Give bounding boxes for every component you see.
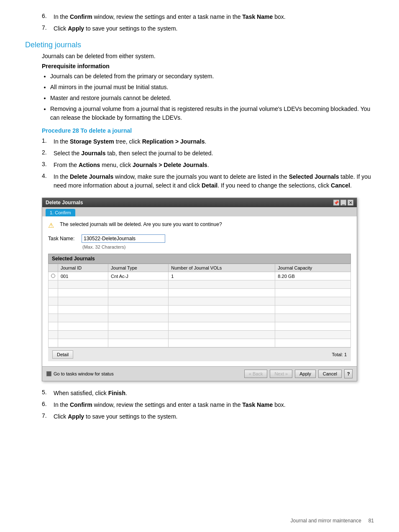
pre-step-7-num: 7.	[42, 24, 54, 33]
dialog-controls[interactable]: 📌 ⎯ ✕	[333, 200, 353, 206]
dialog-inner-footer: Detail Total: 1	[48, 347, 351, 361]
cancel-button[interactable]: Cancel	[318, 370, 342, 378]
step-2-content: Select the Journals tab, then select the…	[54, 149, 213, 158]
goto-tasks-checkbox[interactable]	[46, 371, 51, 376]
goto-tasks-label: Go to tasks window for status	[54, 371, 114, 376]
step-2-num: 2.	[42, 149, 54, 158]
step-3-num: 3.	[42, 161, 54, 170]
pre-step-7-content: Click Apply to save your settings to the…	[54, 24, 177, 33]
row-radio[interactable]	[49, 272, 58, 280]
post-step-6-content: In the Confirm window, review the settin…	[54, 401, 286, 409]
apply-button[interactable]: Apply	[295, 370, 316, 378]
dialog-tabs: 1. Confirm	[42, 207, 357, 216]
warning-icon: ⚠	[48, 221, 56, 229]
delete-journals-dialog: Delete Journals 📌 ⎯ ✕ 1. Confirm ⚠ The s…	[42, 198, 357, 381]
dialog-title: Delete Journals	[46, 200, 83, 206]
step-4-content: In the Delete Journals window, make sure…	[54, 172, 374, 190]
procedure-heading: Procedure 28 To delete a journal	[42, 127, 374, 134]
col-journal-type: Journal Type	[108, 264, 169, 272]
cell-capacity: 8.20 GB	[275, 272, 351, 280]
cell-num-vols: 1	[169, 272, 275, 280]
close-icon[interactable]: ✕	[348, 200, 353, 206]
col-journal-id: Journal ID	[58, 264, 108, 272]
section-heading: Deleting journals	[25, 41, 374, 49]
post-step-7-content: Click Apply to save your settings to the…	[54, 412, 177, 421]
table-row-empty-1	[49, 280, 351, 289]
col-capacity: Journal Capacity	[275, 264, 351, 272]
procedure-steps: 1. In the Storage System tree, click Rep…	[42, 137, 374, 190]
table-row-empty-2	[49, 289, 351, 297]
col-num-vols: Number of Journal VOLs	[169, 264, 275, 272]
step-4-num: 4.	[42, 172, 54, 190]
radio-button[interactable]	[51, 274, 55, 278]
table-row-empty-4	[49, 306, 351, 314]
help-button[interactable]: ?	[344, 369, 353, 378]
post-step-7-num: 7.	[42, 412, 54, 421]
post-step-5-num: 5.	[42, 389, 54, 398]
dialog-titlebar: Delete Journals 📌 ⎯ ✕	[42, 198, 357, 207]
step-3: 3. From the Actions menu, click Journals…	[42, 161, 374, 170]
bullet-4: Removing a journal volume from a journal…	[50, 105, 374, 122]
dialog-wrapper: Delete Journals 📌 ⎯ ✕ 1. Confirm ⚠ The s…	[42, 198, 357, 381]
bullet-1: Journals can be deleted from the primary…	[50, 72, 374, 81]
task-name-row: Task Name:	[48, 234, 351, 243]
next-button[interactable]: Next »	[270, 370, 292, 378]
table-row-empty-6	[49, 322, 351, 331]
goto-tasks-area[interactable]: Go to tasks window for status	[46, 371, 114, 376]
dialog-body: ⚠ The selected journals will be deleted.…	[42, 216, 357, 366]
pin-icon[interactable]: 📌	[333, 200, 339, 206]
table-row[interactable]: 001 Cnt Ac-J 1 8.20 GB	[49, 272, 351, 280]
col-radio	[49, 264, 58, 272]
task-name-label: Task Name:	[48, 236, 77, 242]
post-step-7: 7. Click Apply to save your settings to …	[42, 412, 374, 421]
footer-label: Journal and mirror maintenance	[291, 518, 361, 524]
footer-page-num: 81	[368, 518, 374, 524]
total-label: Total: 1	[332, 352, 347, 357]
cell-journal-type: Cnt Ac-J	[108, 272, 169, 280]
confirm-tab[interactable]: 1. Confirm	[46, 209, 75, 216]
pre-step-6-content: In the Confirm window, review the settin…	[54, 13, 286, 21]
step-1: 1. In the Storage System tree, click Rep…	[42, 137, 374, 146]
pre-step-7: 7. Click Apply to save your settings to …	[42, 24, 374, 33]
step-1-content: In the Storage System tree, click Replic…	[54, 137, 206, 146]
selected-journals-header: Selected Journals	[48, 254, 351, 264]
journal-table: Journal ID Journal Type Number of Journa…	[48, 264, 351, 347]
pre-step-6: 6. In the Confirm window, review the set…	[42, 13, 374, 21]
page-footer: Journal and mirror maintenance 81	[291, 518, 374, 524]
task-name-input[interactable]	[82, 234, 165, 243]
minimize-icon[interactable]: ⎯	[340, 200, 346, 206]
table-row-empty-8	[49, 339, 351, 347]
step-1-num: 1.	[42, 137, 54, 146]
section-intro: Journals can be deleted from either syst…	[42, 53, 374, 59]
prereq-heading: Prerequisite information	[42, 63, 374, 69]
detail-button[interactable]: Detail	[52, 350, 73, 359]
bullet-2: All mirrors in the journal must be Initi…	[50, 83, 374, 92]
bullet-3: Master and restore journals cannot be de…	[50, 94, 374, 103]
warning-text: The selected journals will be deleted. A…	[60, 221, 222, 227]
pre-step-6-num: 6.	[42, 13, 54, 21]
table-row-empty-5	[49, 314, 351, 322]
step-3-content: From the Actions menu, click Journals > …	[54, 161, 209, 170]
post-step-5-content: When satisfied, click Finish.	[54, 389, 127, 398]
post-step-6-num: 6.	[42, 401, 54, 409]
post-steps: 5. When satisfied, click Finish. 6. In t…	[42, 389, 374, 421]
max-chars: (Max. 32 Characters)	[82, 244, 351, 249]
dialog-action-bar: Go to tasks window for status « Back Nex…	[42, 366, 357, 381]
cell-journal-id: 001	[58, 272, 108, 280]
back-button[interactable]: « Back	[244, 370, 268, 378]
post-step-5: 5. When satisfied, click Finish.	[42, 389, 374, 398]
step-2: 2. Select the Journals tab, then select …	[42, 149, 374, 158]
step-4: 4. In the Delete Journals window, make s…	[42, 172, 374, 190]
post-step-6: 6. In the Confirm window, review the set…	[42, 401, 374, 409]
warning-row: ⚠ The selected journals will be deleted.…	[48, 221, 351, 229]
prereq-list: Journals can be deleted from the primary…	[50, 72, 374, 122]
table-row-empty-7	[49, 331, 351, 339]
table-row-empty-3	[49, 297, 351, 306]
